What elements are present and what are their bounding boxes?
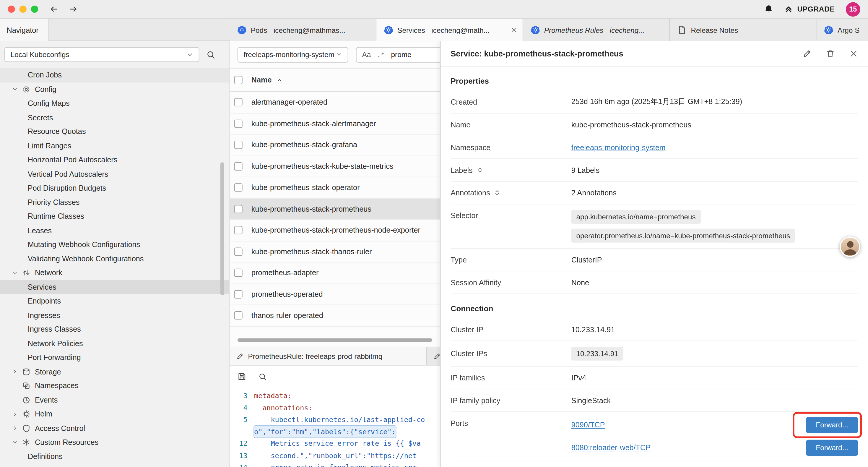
table-row-kube-prometheus-stack-prometheus-node-exporter[interactable]: kube-prometheus-stack-prometheus-node-ex… — [230, 220, 440, 241]
tab-pods-icecheng-mathmas[interactable]: Pods - icecheng@mathmas... — [230, 19, 377, 41]
sidebar-item-validating-webhook-configurations[interactable]: Validating Webhook Configurations — [0, 252, 229, 266]
row-checkbox[interactable] — [234, 247, 243, 256]
sidebar-item-helm[interactable]: Helm — [0, 407, 229, 421]
delete-icon[interactable] — [826, 49, 835, 58]
table-row-kube-prometheus-stack-grafana[interactable]: kube-prometheus-stack-grafana — [230, 135, 440, 156]
sidebar-item-storage[interactable]: Storage — [0, 365, 229, 379]
floating-avatar[interactable] — [840, 236, 860, 257]
row-checkbox[interactable] — [234, 269, 243, 277]
sidebar-item-endpoints[interactable]: Endpoints — [0, 294, 229, 308]
port-link[interactable]: 8080:reloader-web/TCP — [571, 444, 651, 452]
sidebar-item-mutating-webhook-configurations[interactable]: Mutating Webhook Configurations — [0, 238, 229, 252]
sidebar-item-leases[interactable]: Leases — [0, 224, 229, 238]
sidebar-item-network[interactable]: Network — [0, 266, 229, 280]
back-icon[interactable] — [49, 4, 59, 14]
sidebar-item-cron-jobs[interactable]: Cron Jobs — [0, 68, 229, 82]
select-all-checkbox[interactable] — [234, 76, 243, 84]
row-checkbox[interactable] — [234, 205, 243, 213]
row-checkbox[interactable] — [234, 226, 243, 234]
close-window-button[interactable] — [8, 6, 15, 13]
yaml-editor[interactable]: 3metadata:4 annotations:5 kubectl.kubern… — [230, 388, 440, 467]
sidebar-item-config-maps[interactable]: Config Maps — [0, 96, 229, 111]
service-details-drawer: Service: kube-prometheus-stack-prometheu… — [440, 41, 868, 467]
close-drawer-icon[interactable] — [849, 49, 858, 58]
sidebar-item-horizontal-pod-autoscalers[interactable]: Horizontal Pod Autoscalers — [0, 153, 229, 167]
drawer-row-type: TypeClusterIP — [451, 249, 858, 271]
row-checkbox[interactable] — [234, 162, 243, 171]
sidebar-item-access-control[interactable]: Access Control — [0, 421, 229, 435]
drawer-row-ip-family-policy: IP family policySingleStack — [451, 389, 858, 412]
horizontal-scrollbar[interactable] — [238, 339, 433, 342]
regex-toggle[interactable]: .* — [377, 51, 385, 58]
sort-ascending-icon[interactable] — [276, 77, 283, 83]
table-row-kube-prometheus-stack-kube-state-metrics[interactable]: kube-prometheus-stack-kube-state-metrics — [230, 156, 440, 177]
sidebar-item-priority-classes[interactable]: Priority Classes — [0, 195, 229, 209]
kubernetes-icon — [384, 25, 393, 34]
edit-icon[interactable] — [803, 49, 812, 58]
kubeconfig-selector[interactable]: Local Kubeconfigs — [4, 47, 199, 62]
sidebar-item-definitions[interactable]: Definitions — [0, 449, 229, 464]
tab-prometheus-rules-icecheng[interactable]: Prometheus Rules - icecheng... — [523, 19, 670, 41]
sidebar-scrollbar[interactable] — [220, 162, 224, 295]
sidebar-item-label: Secrets — [28, 114, 53, 122]
sidebar-item-custom-resources[interactable]: Custom Resources — [0, 435, 229, 449]
forward-button[interactable]: Forward... — [806, 440, 858, 456]
save-icon[interactable] — [238, 372, 246, 381]
navigator-panel-header[interactable]: Navigator — [0, 19, 49, 41]
sidebar-item-runtime-classes[interactable]: Runtime Classes — [0, 209, 229, 224]
sidebar-item-limit-ranges[interactable]: Limit Ranges — [0, 139, 229, 153]
table-row-kube-prometheus-stack-operator[interactable]: kube-prometheus-stack-operator — [230, 177, 440, 199]
tab-argo-s[interactable]: Argo S — [816, 19, 868, 41]
kubernetes-icon — [238, 25, 246, 34]
table-row-prometheus-adapter[interactable]: prometheus-adapter — [230, 262, 440, 284]
table-row-prometheus-operated[interactable]: prometheus-operated — [230, 284, 440, 305]
sidebar-item-ingress-classes[interactable]: Ingress Classes — [0, 322, 229, 337]
upgrade-button[interactable]: UPGRADE — [784, 5, 835, 13]
row-checkbox[interactable] — [234, 311, 243, 320]
sidebar-item-vertical-pod-autoscalers[interactable]: Vertical Pod Autoscalers — [0, 167, 229, 181]
table-row-thanos-ruler-operated[interactable]: thanos-ruler-operated — [230, 305, 440, 326]
table-row-kube-prometheus-stack-thanos-ruler[interactable]: kube-prometheus-stack-thanos-ruler — [230, 241, 440, 262]
drawer-row-session-affinity: Session AffinityNone — [451, 271, 858, 294]
match-case-toggle[interactable]: Aa — [362, 51, 371, 59]
sidebar-item-label: Services — [28, 283, 56, 291]
forward-button[interactable]: Forward... — [806, 417, 858, 433]
forward-icon[interactable] — [68, 4, 78, 14]
row-checkbox[interactable] — [234, 119, 243, 128]
sidebar-item-services[interactable]: Services — [0, 280, 229, 294]
table-row-kube-prometheus-stack-prometheus[interactable]: kube-prometheus-stack-prometheus — [230, 199, 440, 220]
sidebar-item-ingresses[interactable]: Ingresses — [0, 308, 229, 322]
tab-services-icecheng-math[interactable]: Services - icecheng@math... — [376, 19, 523, 41]
namespace-link[interactable]: freeleaps-monitoring-system — [571, 143, 665, 151]
row-checkbox[interactable] — [234, 290, 243, 298]
port-link[interactable]: 9090/TCP — [571, 421, 605, 429]
namespace-filter-dropdown[interactable]: freeleaps-monitoring-system — [238, 47, 348, 62]
name-column-header[interactable]: Name — [251, 76, 272, 84]
dock-tab-prometheusrule-freeleaps-prod-rabbitmq[interactable]: PrometheusRule: freeleaps-prod-rabbitmq — [230, 347, 427, 365]
table-row-alertmanager-operated[interactable]: alertmanager-operated — [230, 92, 440, 113]
drawer-header: Service: kube-prometheus-stack-prometheu… — [440, 41, 868, 66]
sidebar-item-config[interactable]: Config — [0, 82, 229, 96]
editor-search-icon[interactable] — [258, 372, 267, 381]
tab-release-notes[interactable]: Release Notes — [670, 19, 816, 41]
sidebar-item-resource-quotas[interactable]: Resource Quotas — [0, 125, 229, 139]
minimize-window-button[interactable] — [20, 6, 27, 13]
sidebar-search-icon[interactable] — [207, 50, 215, 59]
search-input[interactable]: Aa .* prome — [356, 47, 440, 62]
sidebar-item-port-forwarding[interactable]: Port Forwarding — [0, 351, 229, 365]
table-row-kube-prometheus-stack-alertmanager[interactable]: kube-prometheus-stack-alertmanager — [230, 113, 440, 135]
dock-tab-partial[interactable] — [427, 347, 440, 365]
notification-count-badge[interactable]: 15 — [846, 2, 860, 17]
maximize-window-button[interactable] — [31, 6, 38, 13]
sidebar-item-pod-disruption-budgets[interactable]: Pod Disruption Budgets — [0, 181, 229, 195]
sidebar-item-network-policies[interactable]: Network Policies — [0, 337, 229, 351]
sidebar-item-events[interactable]: Events — [0, 393, 229, 407]
row-checkbox[interactable] — [234, 141, 243, 149]
notifications-bell-icon[interactable] — [764, 4, 773, 14]
sidebar-item-secrets[interactable]: Secrets — [0, 111, 229, 125]
service-name: kube-prometheus-stack-kube-state-metrics — [251, 162, 394, 171]
chevron-down-icon — [12, 439, 18, 445]
row-checkbox[interactable] — [234, 98, 243, 107]
sidebar-item-namespaces[interactable]: Namespaces — [0, 379, 229, 393]
row-checkbox[interactable] — [234, 183, 243, 192]
